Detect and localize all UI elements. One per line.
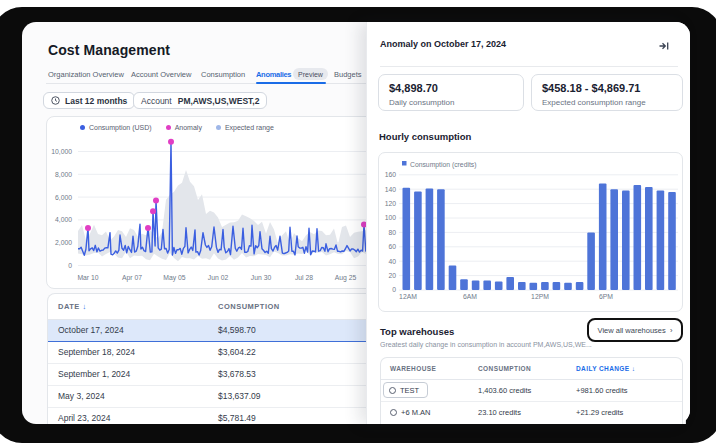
svg-text:12PM: 12PM [531, 293, 549, 300]
svg-text:160: 160 [385, 171, 397, 178]
svg-text:6PM: 6PM [599, 293, 613, 300]
svg-text:60: 60 [388, 243, 396, 250]
svg-text:120: 120 [385, 200, 397, 207]
svg-text:Consumption (credits): Consumption (credits) [410, 161, 476, 169]
svg-text:80: 80 [388, 229, 396, 236]
svg-text:6AM: 6AM [463, 293, 477, 300]
svg-text:12AM: 12AM [399, 293, 417, 300]
svg-text:40: 40 [388, 258, 396, 265]
svg-text:0: 0 [392, 286, 396, 293]
svg-text:20: 20 [388, 272, 396, 279]
svg-text:140: 140 [385, 186, 397, 193]
svg-text:100: 100 [385, 214, 397, 221]
